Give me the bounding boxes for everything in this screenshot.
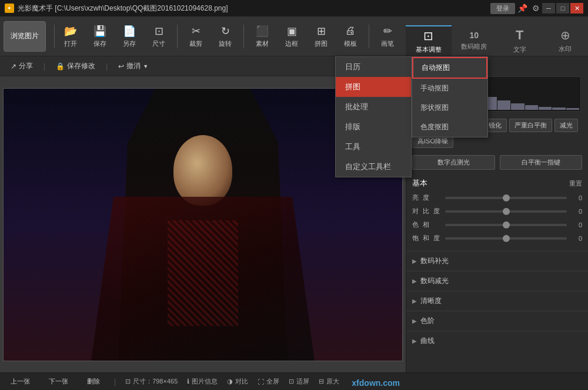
prev-button[interactable]: 上一张 bbox=[6, 376, 35, 387]
submenu: 自动抠图 手动抠图 形状抠图 色度抠图 bbox=[412, 56, 488, 137]
menu-item-calendar[interactable]: 日历 bbox=[336, 57, 411, 77]
contrast-track[interactable] bbox=[445, 210, 567, 213]
levels-header[interactable]: ▶ 色阶 bbox=[406, 311, 588, 331]
info-label: 图片信息 bbox=[192, 377, 218, 386]
clarity-section: ▶ 清晰度 bbox=[406, 291, 588, 311]
submenu-shape-crop[interactable]: 形状抠图 bbox=[412, 98, 487, 117]
share-button[interactable]: ↗ 分享 bbox=[6, 59, 38, 73]
settings-icon[interactable]: ⚙ bbox=[532, 4, 540, 13]
contrast-thumb[interactable] bbox=[503, 208, 510, 215]
tab-text[interactable]: T 文字 bbox=[497, 25, 543, 56]
expand-arrow-icon-2: ▶ bbox=[412, 278, 417, 284]
browse-photos-button[interactable]: 浏览图片 bbox=[4, 21, 46, 52]
reset-button[interactable]: 重置 bbox=[569, 179, 582, 188]
pin-icon[interactable]: 📌 bbox=[517, 4, 527, 13]
tab-watermark[interactable]: ⊕ 水印 bbox=[543, 25, 589, 56]
dropdown-menu: 日历 拼图 批处理 排版 工具 自定义工具栏 bbox=[335, 56, 412, 177]
hue-slider-row: 色 相 0 bbox=[412, 220, 582, 229]
hue-track[interactable] bbox=[445, 224, 567, 226]
tool-material[interactable]: ⬛ 素材 bbox=[249, 21, 276, 52]
collage-label: 拼图 bbox=[345, 82, 360, 91]
original-label: 原大 bbox=[326, 377, 339, 386]
login-button[interactable]: 登录 bbox=[490, 3, 515, 14]
tool-collage[interactable]: ⊞ 拼图 bbox=[308, 21, 335, 52]
digital-supplement-label: 数码补光 bbox=[420, 256, 449, 266]
strict-wb-btn[interactable]: 严重白平衡 bbox=[509, 119, 552, 132]
tool-material-label: 素材 bbox=[256, 39, 269, 48]
tab-digital-label: 数码暗房 bbox=[461, 42, 487, 51]
curves-header[interactable]: ▶ 曲线 bbox=[406, 331, 588, 351]
tool-group: 📂 打开 💾 保存 📄 另存 ⊡ 尺寸 ✂ 裁剪 ↻ 旋转 ⬛ 素材 bbox=[57, 21, 430, 52]
tool-rotate[interactable]: ↻ 旋转 bbox=[212, 21, 239, 52]
original-info[interactable]: ⊟ 原大 bbox=[319, 377, 339, 386]
menu-item-collage[interactable]: 拼图 bbox=[336, 77, 411, 97]
tool-open[interactable]: 📂 打开 bbox=[57, 21, 84, 52]
save-edit-button[interactable]: 🔒 保存修改 bbox=[51, 59, 100, 73]
undo-button[interactable]: ↩ 撤消 ▼ bbox=[113, 59, 153, 73]
tool-save[interactable]: 💾 保存 bbox=[86, 21, 113, 52]
delete-button[interactable]: 删除 bbox=[82, 376, 105, 387]
expand-arrow-icon-4: ▶ bbox=[412, 318, 417, 324]
manual-crop-label: 手动抠图 bbox=[420, 84, 449, 92]
tab-basic-label: 基本调整 bbox=[416, 45, 442, 54]
photo-info[interactable]: ℹ 图片信息 bbox=[187, 377, 218, 386]
undo-arrow: ▼ bbox=[143, 63, 148, 69]
saturation-slider-row: 饱 和 度 0 bbox=[412, 234, 582, 243]
tab-digital-darkroom[interactable]: 10 数码暗房 bbox=[452, 25, 497, 56]
contrast-info[interactable]: ◑ 对比 bbox=[227, 377, 248, 386]
fullscreen-info[interactable]: ⛶ 全屏 bbox=[258, 377, 279, 386]
reduce-light-btn[interactable]: 减光 bbox=[554, 119, 578, 132]
contrast-status-icon: ◑ bbox=[227, 378, 233, 385]
title-bar-right: 登录 📌 ⚙ ─ □ ✕ bbox=[490, 3, 583, 14]
menu-item-custom[interactable]: 自定义工具栏 bbox=[336, 157, 411, 177]
status-bar: 上一张 下一张 删除 | ⊡ 尺寸：798×465 ℹ 图片信息 ◑ 对比 ⛶ … bbox=[0, 372, 588, 390]
tool-frame[interactable]: ▣ 边框 bbox=[278, 21, 305, 52]
fit-label: 适屏 bbox=[296, 377, 309, 386]
login-area: 登录 bbox=[490, 3, 515, 14]
tool-saveas[interactable]: 📄 另存 bbox=[116, 21, 143, 52]
submenu-auto-crop[interactable]: 自动抠图 bbox=[412, 57, 487, 79]
hist-bar bbox=[497, 100, 510, 110]
menu-item-batch[interactable]: 批处理 bbox=[336, 97, 411, 117]
brightness-track[interactable] bbox=[445, 197, 567, 199]
saturation-track[interactable] bbox=[445, 237, 567, 240]
submenu-manual-crop[interactable]: 手动抠图 bbox=[412, 79, 487, 98]
tool-paint[interactable]: ✏ 画笔 bbox=[374, 21, 401, 52]
tool-crop[interactable]: ✂ 裁剪 bbox=[182, 21, 209, 52]
saveas-icon: 📄 bbox=[123, 25, 136, 38]
saturation-value: 0 bbox=[570, 235, 582, 242]
tool-crop-label: 裁剪 bbox=[189, 39, 202, 48]
wb-finger-btn[interactable]: 白平衡一指键 bbox=[500, 155, 583, 170]
hue-thumb[interactable] bbox=[503, 221, 510, 228]
tool-template[interactable]: 🖨 模板 bbox=[337, 21, 364, 52]
action-separator-1: | bbox=[44, 62, 45, 70]
digital-supplement-header[interactable]: ▶ 数码补光 bbox=[406, 251, 588, 271]
saturation-thumb[interactable] bbox=[503, 235, 510, 242]
tool-paint-label: 画笔 bbox=[381, 39, 394, 48]
next-button[interactable]: 下一张 bbox=[44, 376, 73, 387]
tab-basic-adjustment[interactable]: ⊡ 基本调整 bbox=[406, 25, 452, 56]
toolbar-separator-4 bbox=[369, 25, 369, 48]
maximize-button[interactable]: □ bbox=[556, 3, 569, 14]
window-title: 光影魔术手 [C:\Users\xzwh\Desktop\QQ截图2016102… bbox=[18, 4, 228, 14]
basic-tab-icon: ⊡ bbox=[423, 29, 433, 43]
menu-item-tools[interactable]: 工具 bbox=[336, 137, 411, 157]
digital-reduce-header[interactable]: ▶ 数码减光 bbox=[406, 271, 588, 291]
fullscreen-label: 全屏 bbox=[266, 377, 279, 386]
submenu-color-crop[interactable]: 色度抠图 bbox=[412, 117, 487, 137]
clarity-label: 清晰度 bbox=[420, 296, 442, 306]
clarity-header[interactable]: ▶ 清晰度 bbox=[406, 291, 588, 311]
minimize-button[interactable]: ─ bbox=[542, 3, 555, 14]
saturation-label: 饱 和 度 bbox=[412, 234, 442, 243]
close-button[interactable]: ✕ bbox=[570, 3, 583, 14]
collage-icon: ⊞ bbox=[315, 25, 328, 38]
tools-label: 工具 bbox=[345, 142, 360, 151]
digital-point-light-btn[interactable]: 数字点测光 bbox=[412, 155, 495, 170]
fit-info[interactable]: ⊡ 适屏 bbox=[289, 377, 309, 386]
tool-resize[interactable]: ⊡ 尺寸 bbox=[145, 21, 172, 52]
brightness-thumb[interactable] bbox=[503, 194, 510, 201]
title-bar-left: ✦ 光影魔术手 [C:\Users\xzwh\Desktop\QQ截图20161… bbox=[5, 4, 228, 14]
menu-item-layout[interactable]: 排版 bbox=[336, 117, 411, 137]
basic-section-title: 基本 bbox=[412, 178, 427, 189]
digital-reduce-label: 数码减光 bbox=[420, 276, 449, 286]
